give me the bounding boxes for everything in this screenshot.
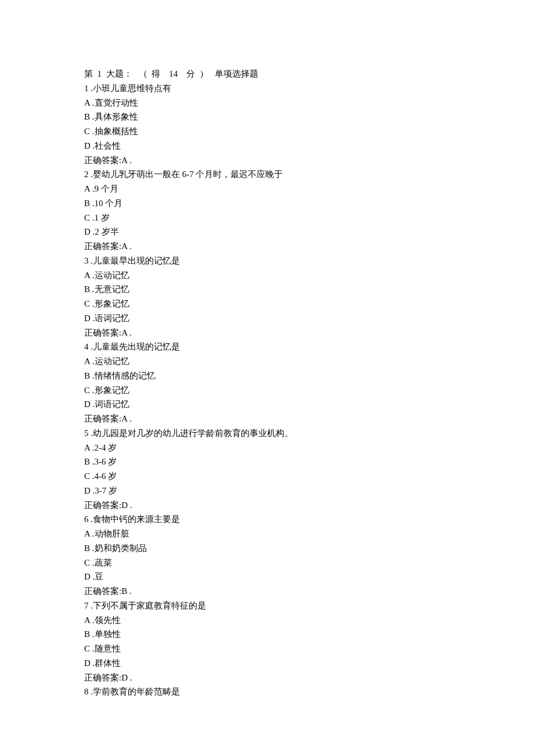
question-option: A .运动记忆 (84, 268, 450, 283)
questions-container: 1 .小班儿童思维特点有A .直觉行动性B .具体形象性C .抽象概括性D .社… (84, 81, 450, 699)
question-option: C .形象记忆 (84, 383, 450, 398)
question-answer: 正确答案:D . (84, 671, 450, 685)
question-option: D .社会性 (84, 139, 450, 153)
question-answer: 正确答案:A . (84, 239, 450, 254)
question-option: D .3-7 岁 (84, 484, 450, 498)
question-option: B .单独性 (84, 627, 450, 642)
question-answer: 正确答案:A . (84, 153, 450, 168)
question-option: B .无意记忆 (84, 282, 450, 297)
question-stem: 2 .婴幼儿乳牙萌出一般在 6-7 个月时，最迟不应晚于 (84, 167, 450, 182)
question-option: C .1 岁 (84, 211, 450, 225)
question-option: A .运动记忆 (84, 354, 450, 369)
question-option: D .群体性 (84, 656, 450, 671)
question-option: A .直觉行动性 (84, 96, 450, 110)
question-option: A .2-4 岁 (84, 441, 450, 455)
question-option: C .抽象概括性 (84, 124, 450, 139)
question-option: D .2 岁半 (84, 225, 450, 239)
question-answer: 正确答案:D . (84, 498, 450, 513)
question-option: D .词语记忆 (84, 397, 450, 412)
question-stem: 5 .幼儿园是对几岁的幼儿进行学龄前教育的事业机构。 (84, 426, 450, 441)
question-answer: 正确答案:A . (84, 326, 450, 340)
question-answer: 正确答案:B . (84, 584, 450, 599)
question-option: B .具体形象性 (84, 110, 450, 124)
question-answer: 正确答案:A . (84, 412, 450, 426)
question-option: B .3-6 岁 (84, 455, 450, 469)
question-option: A .领先性 (84, 613, 450, 628)
question-option: B .10 个月 (84, 196, 450, 211)
question-stem: 7 .下列不属于家庭教育特征的是 (84, 599, 450, 613)
question-option: B .情绪情感的记忆 (84, 369, 450, 383)
question-option: D .语词记忆 (84, 311, 450, 326)
question-option: C .形象记忆 (84, 297, 450, 311)
question-stem: 4 .儿童最先出现的记忆是 (84, 340, 450, 354)
document-page: 第 1 大题： （ 得 14 分 ） 单项选择题 1 .小班儿童思维特点有A .… (0, 0, 534, 756)
question-stem: 3 .儿童最早出现的记忆是 (84, 254, 450, 268)
question-option: A .动物肝脏 (84, 527, 450, 541)
question-option: D .豆 (84, 570, 450, 584)
question-stem: 6 .食物中钙的来源主要是 (84, 512, 450, 527)
question-stem: 8 .学前教育的年龄范畴是 (84, 685, 450, 699)
question-option: B .奶和奶类制品 (84, 541, 450, 556)
question-option: C .4-6 岁 (84, 469, 450, 484)
question-stem: 1 .小班儿童思维特点有 (84, 81, 450, 96)
section-title: 第 1 大题： （ 得 14 分 ） 单项选择题 (84, 67, 450, 81)
question-option: C .随意性 (84, 642, 450, 656)
question-option: A .9 个月 (84, 182, 450, 196)
question-option: C .蔬菜 (84, 556, 450, 570)
